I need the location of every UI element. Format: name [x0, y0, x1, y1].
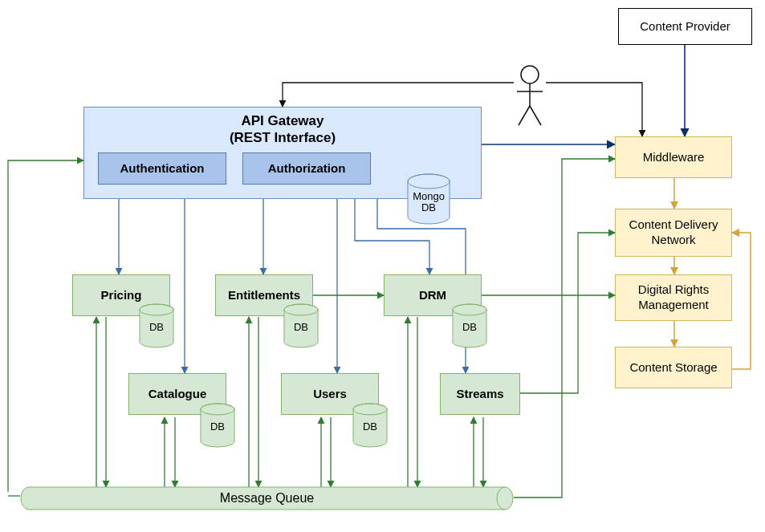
- authorization-label: Authorization: [268, 161, 346, 177]
- drm-ext-box: Digital Rights Management: [615, 274, 732, 321]
- content-provider-label: Content Provider: [640, 19, 730, 35]
- user-actor-icon: [514, 64, 546, 127]
- authentication-label: Authentication: [120, 161, 205, 177]
- svg-point-0: [521, 66, 539, 83]
- catalogue-db-label: DB: [199, 421, 236, 433]
- pricing-label: Pricing: [101, 288, 142, 303]
- catalogue-db-icon: DB: [199, 403, 236, 448]
- users-db-label: DB: [352, 421, 389, 433]
- middleware-box: Middleware: [615, 136, 732, 178]
- content-storage-box: Content Storage: [615, 347, 732, 388]
- mongo-db-icon: Mongo DB: [406, 173, 451, 225]
- users-label: Users: [313, 387, 347, 402]
- entitlements-db-label: DB: [283, 322, 319, 333]
- pricing-db-label: DB: [138, 322, 175, 333]
- drm-ext-label: Digital Rights Management: [638, 282, 709, 313]
- svg-line-3: [519, 106, 530, 125]
- pricing-db-icon: DB: [138, 303, 175, 348]
- authorization-box: Authorization: [242, 152, 371, 185]
- mongo-db-label: Mongo DB: [406, 191, 451, 214]
- catalogue-label: Catalogue: [149, 387, 207, 402]
- drm-label: DRM: [419, 288, 446, 303]
- streams-box: Streams: [440, 373, 520, 415]
- cdn-box: Content Delivery Network: [615, 209, 732, 257]
- diagram-canvas: Content Provider API Gateway (REST Inter…: [0, 0, 765, 532]
- entitlements-db-icon: DB: [283, 303, 319, 348]
- users-db-icon: DB: [352, 403, 389, 448]
- authentication-box: Authentication: [98, 152, 226, 185]
- message-queue: Message Queue: [20, 486, 514, 510]
- streams-label: Streams: [456, 387, 503, 402]
- entitlements-label: Entitlements: [228, 288, 300, 303]
- drm-db-icon: DB: [451, 303, 488, 348]
- svg-point-21: [497, 487, 513, 510]
- svg-line-4: [530, 106, 541, 125]
- api-gateway-title: API Gateway (REST Interface): [230, 112, 336, 147]
- drm-db-label: DB: [451, 322, 488, 333]
- message-queue-label: Message Queue: [220, 491, 314, 506]
- connectors: [0, 0, 765, 532]
- content-provider-box: Content Provider: [618, 8, 752, 45]
- middleware-label: Middleware: [643, 150, 705, 165]
- content-storage-label: Content Storage: [629, 360, 717, 376]
- cdn-label: Content Delivery Network: [629, 217, 718, 248]
